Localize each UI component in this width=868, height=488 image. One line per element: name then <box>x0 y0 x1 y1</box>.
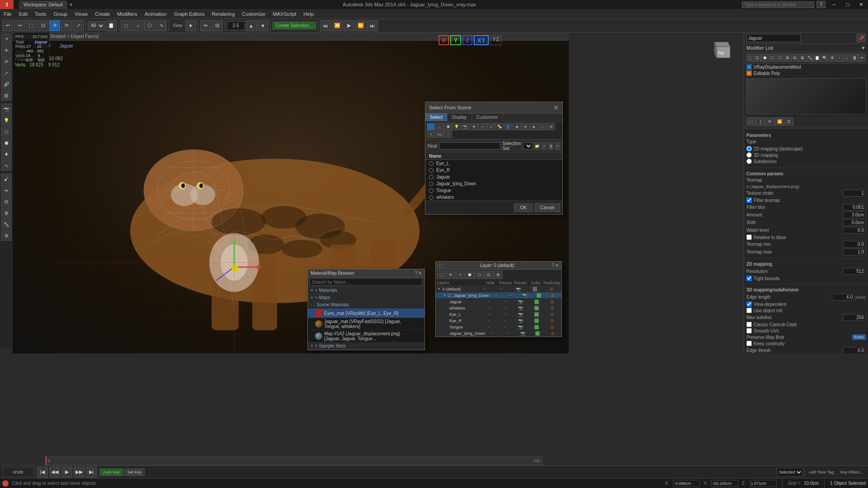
layer-0-radiosity[interactable]: ⚠ <box>543 286 560 291</box>
select-region-button[interactable]: ⊡ <box>38 20 48 31</box>
layer-jaguar-hide[interactable]: ─ <box>481 300 497 304</box>
sample-slots-section[interactable]: + + Sample Slots <box>308 343 425 350</box>
xy-axis-button[interactable]: XY <box>474 35 489 45</box>
spinner-input[interactable] <box>227 21 245 30</box>
shape-tool[interactable]: ⬟ <box>1 137 12 148</box>
menu-modifiers[interactable]: Modifiers <box>113 9 141 19</box>
maximize-button[interactable]: □ <box>841 0 854 9</box>
layers-btn-3[interactable]: + <box>456 271 465 279</box>
mod-icon-6[interactable]: ⊞ <box>784 54 791 62</box>
rt-1[interactable]: ⬚ <box>746 117 755 126</box>
layer-whiskers-color[interactable] <box>528 306 544 310</box>
menu-group[interactable]: Group <box>50 9 71 19</box>
shift-input[interactable] <box>843 219 866 226</box>
filter-all-btn[interactable]: ⬚ <box>427 123 435 130</box>
layer-eye-r-color[interactable] <box>528 319 544 323</box>
object-name-input[interactable] <box>746 34 801 42</box>
select-tab-display[interactable]: Display <box>448 113 472 121</box>
layers-btn-7[interactable]: ⊞ <box>494 271 503 279</box>
select-invert-btn[interactable]: ⊞ <box>547 123 555 130</box>
menu-file[interactable]: File <box>0 9 15 19</box>
edge-length-input[interactable] <box>832 294 854 300</box>
layer-0-color[interactable] <box>527 287 543 291</box>
view-dependent-checkbox[interactable] <box>746 301 752 307</box>
link-tool[interactable]: 🔗 <box>1 79 12 89</box>
scene-item-eye-l[interactable]: Eye_L <box>425 160 562 167</box>
paint-tool[interactable]: 🖌 <box>1 174 12 184</box>
menu-rendering[interactable]: Rendering <box>208 9 239 19</box>
mod-icon-1[interactable]: ⬚ <box>746 54 754 62</box>
light-tool[interactable]: 💡 <box>1 115 12 126</box>
prev-key-play-btn[interactable]: ◀◀ <box>49 467 60 478</box>
layer-jld-freeze[interactable]: ─ <box>503 293 517 297</box>
layer-eye-l-render[interactable]: 📷 <box>513 312 528 317</box>
max-subdivs-input[interactable] <box>843 314 866 321</box>
keyframe-btn[interactable]: ⏮ <box>320 20 331 31</box>
menu-create[interactable]: Create <box>91 9 113 19</box>
x-coord-input[interactable] <box>673 480 700 487</box>
layer-tongue-render[interactable]: 📷 <box>513 325 528 329</box>
lasso-select-button[interactable]: ∿ <box>156 20 167 31</box>
3d-mapping-radio[interactable] <box>746 152 752 158</box>
rt-2[interactable]: | <box>756 117 765 126</box>
create-selection-set-button[interactable]: Create Selection... <box>273 22 316 29</box>
mod-icon-8[interactable]: ⊠ <box>799 54 806 62</box>
layer-0-render[interactable]: 📷 <box>510 287 527 291</box>
sel-set-btn1[interactable]: 📁 <box>534 142 540 150</box>
layer-whiskers[interactable]: whiskers ─ ─ 📷 ⚠ <box>436 305 561 311</box>
sel-set-btn3[interactable]: 🗑 <box>548 142 553 150</box>
last-key-btn[interactable]: ⏭ <box>367 20 378 31</box>
layer-eye-r-hide[interactable]: ─ <box>481 319 497 323</box>
z-coord-input[interactable] <box>750 480 777 487</box>
cancel-button[interactable]: Cancel <box>534 203 560 212</box>
menu-help[interactable]: Help <box>300 9 317 19</box>
2d-mapping-radio[interactable] <box>746 146 752 151</box>
filter-particle-btn[interactable]: ◉ <box>513 123 521 130</box>
layer-tongue-freeze[interactable]: ─ <box>497 325 513 329</box>
circle-select-button[interactable]: ○ <box>132 20 143 31</box>
prev-frame-btn[interactable]: |◀ <box>37 467 48 478</box>
scene-item-tongue[interactable]: Tongue <box>425 187 562 194</box>
subdivision-radio[interactable] <box>746 159 752 164</box>
auto-key-btn[interactable]: Auto Key <box>100 469 123 476</box>
layer-whiskers-hide[interactable]: ─ <box>481 306 497 310</box>
use-object-mtl-checkbox[interactable] <box>746 308 752 313</box>
filter-cam-btn[interactable]: 📷 <box>461 123 469 130</box>
menu-tools[interactable]: Tools <box>31 9 50 19</box>
texmap-value[interactable]: 2 (Jaguar_displacement.png) <box>746 183 866 190</box>
select-none-btn[interactable]: □ <box>538 123 547 130</box>
menu-animation[interactable]: Animation <box>141 9 170 19</box>
select-tool[interactable]: ↗ <box>1 33 12 44</box>
layer-eye-r-radiosity[interactable]: ⚠ <box>544 318 560 323</box>
view-cube[interactable]: Top <box>708 35 735 62</box>
workspace-selector[interactable]: Workspace: Default <box>19 1 67 9</box>
layer-jaguar-freeze[interactable]: ─ <box>497 300 513 304</box>
layer-jaguar[interactable]: Jaguar ─ ─ 📷 ⚠ <box>436 299 561 305</box>
play-btn[interactable]: ▶ <box>344 20 354 31</box>
layer-0-freeze[interactable]: ─ <box>493 287 509 291</box>
mod-icon-3[interactable]: ⬟ <box>761 54 769 62</box>
keep-continuity-checkbox[interactable] <box>746 341 752 346</box>
layer-eye-l-radiosity[interactable]: ⚠ <box>544 312 560 317</box>
smooth-uvs-checkbox[interactable] <box>746 328 752 333</box>
layers-help[interactable]: ? <box>552 263 554 268</box>
next-frame-btn[interactable]: ▶| <box>86 467 97 478</box>
select-by-name-button[interactable]: 📋 <box>106 20 117 31</box>
resolution-input[interactable] <box>843 268 866 275</box>
rt-4[interactable]: 🔼 <box>775 117 784 126</box>
spinner-up[interactable]: ▲ <box>246 20 257 31</box>
layer-jls-color[interactable] <box>530 331 545 336</box>
set-key-btn[interactable]: Set Key <box>124 469 145 476</box>
mod-icon-16[interactable]: ✏ <box>859 54 866 62</box>
layers-btn-1[interactable]: ⬚ <box>437 271 446 279</box>
scale-button[interactable]: ⤢ <box>73 20 84 31</box>
select-object-button[interactable]: ⬚ <box>26 20 37 31</box>
menu-customize[interactable]: Customize <box>238 9 269 19</box>
layer-tongue[interactable]: Tongue ─ ─ 📷 ⚠ <box>436 324 561 330</box>
layer-whiskers-freeze[interactable]: ─ <box>497 306 513 310</box>
texmap-min-input[interactable] <box>843 241 866 248</box>
layer-jld-radiosity[interactable]: ⚠ <box>546 293 560 298</box>
spinner-down[interactable]: ▼ <box>258 20 269 31</box>
modifier-vray-displacement[interactable]: V VRayDisplacementMod <box>744 64 868 70</box>
add-time-tag-btn[interactable]: Add Time Tag <box>806 469 836 475</box>
